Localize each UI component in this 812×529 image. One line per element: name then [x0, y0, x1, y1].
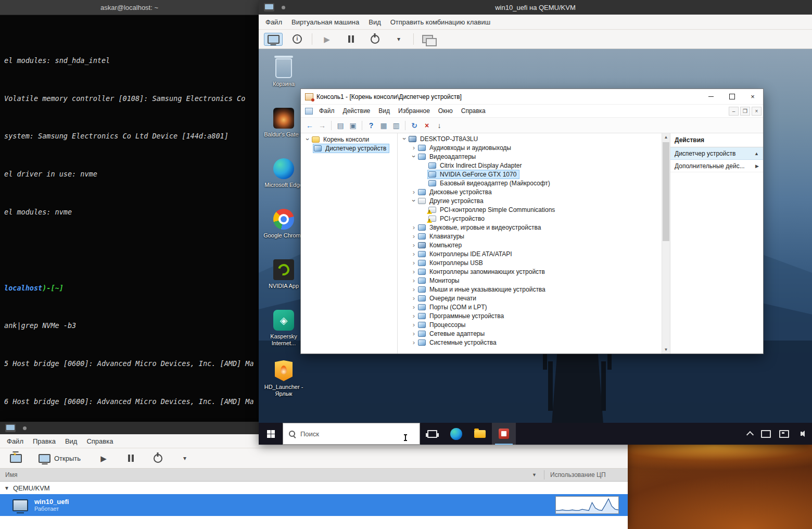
device-tree-item[interactable]: Компьютер: [398, 241, 662, 249]
device-tree-item[interactable]: Процессоры: [398, 320, 662, 329]
help-icon[interactable]: ?: [365, 120, 377, 131]
run-vm-button[interactable]: ▶: [94, 452, 113, 464]
vm-list-row-selected[interactable]: win10_uefi Работает: [0, 494, 628, 516]
toolbar-icon[interactable]: [331, 121, 332, 130]
open-vm-button[interactable]: Открыть: [33, 452, 86, 465]
toolbar-icon[interactable]: [405, 121, 405, 130]
device-manager-titlebar[interactable]: Консоль1 - [Корень консоли\Диспетчер уст…: [301, 89, 763, 105]
expander-icon[interactable]: [401, 135, 408, 143]
start-button[interactable]: [259, 423, 283, 445]
vertical-scrollbar[interactable]: ▲ ▼: [662, 133, 670, 354]
expander-icon[interactable]: [410, 188, 417, 195]
tree-item[interactable]: Диспетчер устройств: [301, 144, 397, 153]
expander-icon[interactable]: [410, 242, 417, 248]
scroll-up-icon[interactable]: ▲: [662, 133, 670, 141]
vm-details-button[interactable]: i: [288, 32, 307, 46]
device-tree-item[interactable]: Контроллеры IDE ATA/ATAPI: [398, 249, 662, 258]
desktop-icon[interactable]: Microsoft Edge: [262, 156, 306, 207]
file-explorer-button[interactable]: [468, 423, 492, 445]
terminal-output[interactable]: el modules: snd_hda_intel Volatile memor…: [0, 15, 259, 423]
menu-item[interactable]: Вид: [364, 18, 386, 26]
device-tree-item[interactable]: Контроллеры запоминающих устройств: [398, 267, 662, 276]
desktop-icon[interactable]: Baldur's Gate 3: [262, 106, 306, 156]
viewer-titlebar[interactable]: win10_uefi на QEMU/KVM: [259, 0, 812, 15]
device-tree-item[interactable]: PCI-устройство: [398, 214, 662, 223]
toolbar-icon[interactable]: [362, 121, 362, 130]
device-tree-item[interactable]: Контроллеры USB: [398, 258, 662, 267]
device-tree-item[interactable]: Мыши и иные указывающие устройства: [398, 285, 662, 294]
shutdown-button[interactable]: [365, 33, 384, 46]
pause-vm-button[interactable]: [121, 452, 140, 464]
device-tree-item[interactable]: Системные устройства: [398, 338, 662, 347]
column-cpu-usage[interactable]: Использование ЦП: [550, 471, 606, 478]
device-tree-item[interactable]: Аудиовходы и аудиовыходы: [398, 143, 662, 152]
network-tray-icon[interactable]: [779, 430, 789, 438]
edge-taskbar-button[interactable]: [444, 423, 468, 445]
device-tree-item[interactable]: Другие устройства: [398, 196, 662, 205]
expander-icon[interactable]: [304, 136, 311, 143]
expander-icon[interactable]: [411, 197, 417, 205]
uninstall-device-icon[interactable]: ×: [421, 120, 433, 131]
menu-item[interactable]: Отправить комбинацию клавиш: [386, 18, 495, 26]
device-tree-item[interactable]: Мониторы: [398, 276, 662, 285]
menu-item[interactable]: Избранное: [394, 107, 434, 115]
device-tree-item[interactable]: Дисковые устройства: [398, 187, 662, 196]
device-tree-item[interactable]: Видеоадаптеры: [398, 152, 662, 161]
menu-item[interactable]: Виртуальная машина: [287, 18, 364, 26]
device-tree-item[interactable]: Базовый видеоадаптер (Майкрософт): [398, 179, 662, 187]
desktop-icon[interactable]: Kaspersky Internet...: [262, 308, 306, 358]
expander-icon[interactable]: [410, 144, 417, 151]
menu-item[interactable]: Файл: [2, 437, 28, 445]
mdi-restore-button[interactable]: ❐: [740, 107, 750, 116]
pause-button[interactable]: [341, 33, 360, 45]
new-vm-button[interactable]: [6, 452, 25, 465]
actions-section-row[interactable]: Диспетчер устройств ▲: [670, 147, 763, 160]
volume-tray-icon[interactable]: [797, 431, 805, 437]
expander-icon[interactable]: [411, 153, 417, 160]
device-tree-item[interactable]: Сетевые адаптеры: [398, 329, 662, 338]
menu-item[interactable]: Вид: [60, 437, 82, 445]
device-tree-pane[interactable]: DESKTOP-JT8A3LU Аудиовходы и аудиовыходы…: [398, 133, 670, 354]
menu-item[interactable]: Справка: [82, 437, 118, 445]
vm-guest-display[interactable]: Корзина Baldur's Gate 3 Microsoft Edge G…: [259, 49, 812, 445]
expander-icon[interactable]: [410, 268, 417, 275]
console-tree-pane[interactable]: Корень консоли Диспетчер устройств: [301, 133, 398, 354]
menu-item[interactable]: Файл: [261, 18, 287, 26]
device-tree-item[interactable]: Программные устройства: [398, 311, 662, 320]
expander-icon[interactable]: [410, 286, 417, 293]
menu-item[interactable]: Файл: [315, 107, 339, 115]
mdi-close-button[interactable]: ×: [752, 107, 762, 116]
expander-icon[interactable]: [410, 259, 417, 266]
close-button[interactable]: ×: [742, 90, 763, 104]
menu-item[interactable]: Правка: [28, 437, 60, 445]
back-icon[interactable]: ←: [304, 120, 315, 131]
vm-list-header[interactable]: Имя ▼ Использование ЦП: [0, 469, 628, 482]
screenshot-button[interactable]: [419, 33, 443, 45]
device-tree-item[interactable]: PCI-контроллер Simple Communications: [398, 205, 662, 214]
run-button[interactable]: ▶: [318, 33, 336, 45]
show-window-icon[interactable]: ▣: [347, 120, 359, 131]
device-tree-item[interactable]: Звуковые, игровые и видеоустройства: [398, 223, 662, 232]
expander-icon[interactable]: [410, 295, 417, 301]
column-divider[interactable]: [544, 470, 544, 480]
expander-icon[interactable]: [410, 321, 417, 328]
expander-icon[interactable]: [410, 312, 417, 319]
menu-item[interactable]: Вид: [374, 107, 394, 115]
device-tree-item[interactable]: Citrix Indirect Display Adapter: [398, 161, 662, 170]
shutdown-menu-button[interactable]: ▾: [389, 33, 408, 45]
mdi-minimize-button[interactable]: –: [729, 107, 739, 116]
desktop-icon[interactable]: Корзина: [262, 55, 306, 106]
expander-icon[interactable]: [410, 250, 417, 257]
expander-icon[interactable]: [410, 233, 417, 240]
display-tray-icon[interactable]: [761, 430, 771, 438]
menu-item[interactable]: Окно: [434, 107, 457, 115]
scrollbar-thumb[interactable]: [663, 142, 669, 241]
maximize-button[interactable]: [721, 90, 742, 104]
forward-icon[interactable]: →: [316, 120, 328, 131]
display-toggle-button[interactable]: [264, 33, 283, 46]
expander-icon[interactable]: ▼: [4, 485, 9, 491]
taskbar-search-box[interactable]: [283, 423, 420, 445]
device-tree-item[interactable]: Порты (COM и LPT): [398, 303, 662, 311]
device-tree-item[interactable]: DESKTOP-JT8A3LU: [398, 134, 662, 143]
task-view-button[interactable]: [420, 423, 444, 445]
